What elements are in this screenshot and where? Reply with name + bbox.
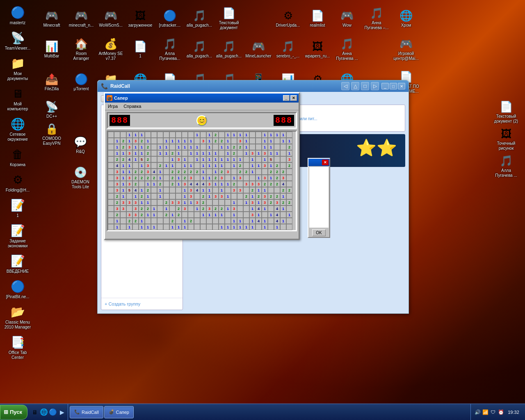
ms-cell[interactable]	[243, 218, 249, 224]
ms-cell[interactable]: 1	[188, 162, 194, 169]
ms-cell[interactable]	[280, 224, 286, 230]
ms-cell[interactable]: 2	[145, 156, 151, 162]
ms-cell[interactable]	[225, 218, 231, 224]
ms-cell[interactable]: 1	[200, 162, 206, 169]
ms-cell[interactable]: 2	[120, 144, 126, 150]
desktop-icon-one[interactable]: 📄 1	[126, 33, 155, 66]
sidebar-item-office-tab[interactable]: 📑 Office Tab Center	[2, 333, 34, 362]
ms-cell[interactable]: 2	[139, 175, 145, 181]
ms-cell[interactable]: 1	[139, 150, 145, 156]
ms-cell[interactable]	[151, 199, 157, 205]
ms-cell[interactable]: 1	[139, 199, 145, 205]
ms-cell[interactable]	[274, 138, 280, 144]
ms-cell[interactable]	[219, 199, 225, 205]
ms-cell[interactable]: 2	[231, 144, 237, 150]
ms-cell[interactable]	[139, 181, 145, 187]
ms-cell[interactable]: 1	[231, 212, 237, 218]
ms-cell[interactable]: 4	[132, 187, 139, 193]
ms-cell[interactable]	[194, 138, 200, 144]
minesweeper-close-btn[interactable]: ✕	[290, 95, 297, 101]
ms-cell[interactable]: 1	[268, 150, 274, 156]
ms-cell[interactable]: 1	[237, 132, 243, 138]
ms-cell[interactable]	[212, 144, 219, 150]
ms-cell[interactable]: 1	[231, 224, 237, 230]
desktop-icon-multibar[interactable]: 📊 MultiBar	[37, 33, 66, 66]
ms-cell[interactable]: 1	[157, 144, 163, 150]
desktop-icon-minecraft[interactable]: 🎮 Minecraft	[37, 2, 66, 35]
ms-cell[interactable]: 1	[231, 132, 237, 138]
ms-cell[interactable]	[151, 218, 157, 224]
ms-cell[interactable]	[231, 193, 237, 199]
ms-cell[interactable]: 3	[182, 205, 188, 212]
ms-cell[interactable]: 1	[182, 156, 188, 162]
ms-cell[interactable]: 1	[206, 162, 212, 169]
ms-cell[interactable]: 1	[200, 156, 206, 162]
ms-cell[interactable]	[188, 156, 194, 162]
ms-cell[interactable]	[249, 138, 256, 144]
ms-cell[interactable]	[108, 132, 114, 138]
ms-cell[interactable]: 1	[132, 144, 139, 150]
ms-cell[interactable]: 2	[274, 175, 280, 181]
ms-cell[interactable]	[108, 169, 114, 175]
ms-cell[interactable]: 2	[286, 199, 292, 205]
ms-cell[interactable]	[243, 205, 249, 212]
desktop-icon-xrom[interactable]: 🌐 Хром	[391, 2, 421, 35]
ms-cell[interactable]: 4	[256, 218, 262, 224]
ms-cell[interactable]: 5	[268, 156, 274, 162]
ms-cell[interactable]	[231, 169, 237, 175]
ms-cell[interactable]: 1	[182, 162, 188, 169]
ms-cell[interactable]	[108, 218, 114, 224]
ms-cell[interactable]: 2	[200, 205, 206, 212]
ms-cell[interactable]	[194, 212, 200, 218]
ms-cell[interactable]: 4	[274, 218, 280, 224]
ms-cell[interactable]	[225, 212, 231, 218]
ms-cell[interactable]	[237, 150, 243, 156]
desktop-icon-textdoc2[interactable]: 📄 Текстовый документ (2)	[491, 98, 521, 126]
ms-cell[interactable]: 2	[212, 205, 219, 212]
desktop-icon-wpapers[interactable]: 🖼 wpapers_ru...	[303, 33, 332, 66]
ms-cell[interactable]: 1	[243, 138, 249, 144]
ms-cell[interactable]: 1	[157, 193, 163, 199]
ms-cell[interactable]: 1	[280, 205, 286, 212]
ms-cell[interactable]: 1	[274, 224, 280, 230]
ms-cell[interactable]: 1	[243, 132, 249, 138]
ms-cell[interactable]: 2	[219, 205, 225, 212]
ms-cell[interactable]: 2	[268, 199, 274, 205]
ms-cell[interactable]: 2	[157, 162, 163, 169]
ms-cell[interactable]: 3	[120, 199, 126, 205]
ms-cell[interactable]: 3	[188, 175, 194, 181]
ms-cell[interactable]	[108, 205, 114, 212]
ms-cell[interactable]: 1	[145, 181, 151, 187]
ms-cell[interactable]: 1	[200, 187, 206, 193]
ms-cell[interactable]: 2	[126, 218, 132, 224]
ms-cell[interactable]: 3	[176, 156, 182, 162]
ms-cell[interactable]: 1	[206, 212, 212, 218]
ms-cell[interactable]: 2	[212, 132, 219, 138]
ms-cell[interactable]: 2	[243, 193, 249, 199]
ms-cell[interactable]: 2	[237, 144, 243, 150]
ms-cell[interactable]	[120, 132, 126, 138]
ms-cell[interactable]: 3	[176, 199, 182, 205]
desktop-icon-minecraft-n[interactable]: 🎮 minecraft_n...	[66, 2, 96, 35]
ms-cell[interactable]: 1	[151, 181, 157, 187]
ms-cell[interactable]	[274, 144, 280, 150]
desktop-icon-zagruzhennoe[interactable]: 🖼 загруженное	[126, 2, 155, 35]
ms-cell[interactable]: 3	[126, 199, 132, 205]
ms-cell[interactable]: 2	[145, 187, 151, 193]
ms-cell[interactable]: 1	[139, 187, 145, 193]
ms-cell[interactable]	[249, 132, 256, 138]
ms-cell[interactable]: 3	[249, 181, 256, 187]
ms-cell[interactable]: 2	[237, 169, 243, 175]
ms-cell[interactable]	[145, 132, 151, 138]
sidebar-item-piratbit[interactable]: 🔵 [PiratBit.ne...	[2, 277, 34, 301]
ms-cell[interactable]: 2	[280, 187, 286, 193]
ms-cell[interactable]	[225, 175, 231, 181]
ms-cell[interactable]	[286, 181, 292, 187]
ms-cell[interactable]: 1	[139, 218, 145, 224]
ms-cell[interactable]	[132, 224, 139, 230]
ms-cell[interactable]: 1	[145, 212, 151, 218]
ms-cell[interactable]: 2	[139, 169, 145, 175]
ms-cell[interactable]	[256, 138, 262, 144]
ms-cell[interactable]: 4	[194, 181, 200, 187]
ms-cell[interactable]: 1	[225, 205, 231, 212]
